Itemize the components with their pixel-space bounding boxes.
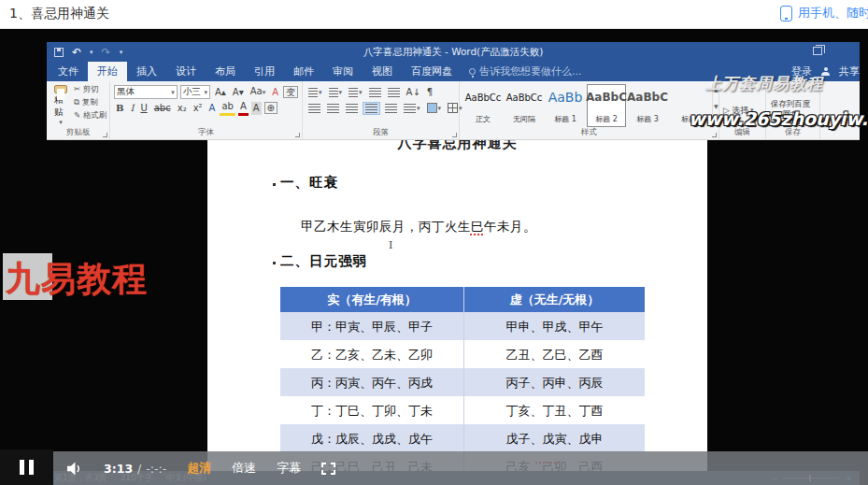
styles-dialog-launcher-icon[interactable] (712, 133, 717, 137)
align-center-icon[interactable] (325, 103, 341, 114)
tab-baidu-netdisk[interactable]: 百度网盘 (402, 62, 462, 81)
font-group: 黑体 ▾ 小三 ▾ A▴ A▾ Aa▾ A 变 B I U (110, 81, 303, 139)
pause-icon (20, 460, 24, 475)
restore-window-icon[interactable] (813, 47, 822, 55)
table-cell: 戊子、戊寅、戊申 (464, 424, 645, 452)
change-case-button[interactable]: Aa▾ (249, 85, 267, 99)
enclose-char-button[interactable]: ⊕ (264, 102, 277, 114)
tab-layout[interactable]: 布局 (206, 62, 245, 81)
clipboard-dialog-launcher-icon[interactable] (103, 133, 107, 137)
font-color-button[interactable]: A (238, 100, 249, 116)
increase-indent-icon[interactable] (386, 87, 402, 98)
line-spacing-icon[interactable]: ▾ (402, 103, 422, 114)
qat-customize-icon[interactable]: ▾ (120, 49, 123, 56)
strikethrough-button[interactable]: abc (152, 102, 173, 115)
decrease-indent-icon[interactable] (367, 87, 383, 98)
volume-icon[interactable] (65, 462, 83, 476)
style-normal[interactable]: AaBbCc 正文 (463, 84, 503, 127)
tab-references[interactable]: 引用 (245, 62, 284, 81)
font-family-value: 黑体 (117, 86, 135, 98)
bullets-icon[interactable]: ▾ (306, 87, 324, 98)
save-icon[interactable] (54, 48, 64, 57)
text-cursor: I (389, 239, 392, 251)
lightbulb-icon (469, 68, 476, 75)
table-row: 丁：丁巳、丁卯、丁未 丁亥、丁丑、丁酉 (280, 396, 645, 424)
style-name: 标题 2 (595, 115, 618, 123)
style-no-spacing[interactable]: AaBbCc 无间隔 (505, 84, 544, 127)
char-border-button[interactable]: 变 (283, 86, 298, 98)
style-heading2[interactable]: AaBbC 标题 2 (587, 84, 626, 127)
tab-design[interactable]: 设计 (166, 62, 206, 81)
multilevel-list-icon[interactable]: ▾ (347, 87, 364, 98)
speed-button[interactable]: 倍速 (232, 460, 256, 477)
align-left-icon[interactable] (306, 103, 322, 114)
font-dialog-launcher-icon[interactable] (295, 133, 300, 137)
tab-review[interactable]: 审阅 (323, 62, 363, 81)
pilcrow-icon[interactable]: ¶ (425, 86, 434, 99)
video-player[interactable]: ↶ ▾ ↷ ▾ 八字喜忌用神通关 - Word(产品激活失败) 文件 开始 插入… (0, 29, 868, 485)
pause-icon (29, 460, 34, 475)
table-cell: 戊：戊辰、戊戌、戊午 (280, 424, 464, 452)
tell-me-box[interactable]: 告诉我您想要做什么... (462, 62, 590, 81)
italic-button[interactable]: I (128, 102, 135, 115)
page-header: 1、喜忌用神通关 用手机、随时随 (0, 0, 868, 29)
watermark-logo: 九易教程 (6, 256, 148, 303)
copy-button[interactable]: ⧉ 复制 (74, 97, 107, 108)
cut-button[interactable]: ✂ 剪切 (74, 84, 107, 95)
paragraph-group: ▾ ▾ ▾ A↓ ¶ ▾ ▾ ▾ 段 (303, 81, 460, 139)
styles-group-label: 样式 (460, 127, 719, 138)
document-page[interactable]: 八字喜忌用神通关 一、旺衰 甲乙木生寅卯辰月，丙丁火生巳午未月。 I 二、日元强… (207, 140, 707, 485)
tab-file[interactable]: 文件 (49, 62, 88, 81)
tab-view[interactable]: 视图 (363, 62, 402, 81)
table-cell: 乙：乙亥、乙未、乙卯 (280, 340, 464, 368)
current-time: 3:13 (104, 462, 133, 476)
quality-button[interactable]: 超清 (187, 460, 211, 477)
paragraph-dialog-launcher-icon[interactable] (452, 133, 457, 137)
highlight-color-button[interactable]: ab (220, 100, 235, 116)
align-right-icon[interactable] (344, 103, 360, 114)
superscript-button[interactable]: x² (192, 102, 205, 115)
table-cell: 丁亥、丁丑、丁酉 (464, 396, 645, 424)
tell-me-label: 告诉我您想要做什么... (479, 64, 582, 78)
list-bullet (273, 262, 276, 264)
subscript-button[interactable]: x₂ (176, 102, 189, 115)
sort-icon[interactable]: A↓ (405, 86, 422, 99)
share-button[interactable]: 共享 (839, 64, 860, 78)
style-heading3[interactable]: AaBbC 标题 3 (628, 84, 667, 127)
word-titlebar: ↶ ▾ ↷ ▾ 八字喜忌用神通关 - Word(产品激活失败) (47, 42, 860, 63)
paste-button[interactable]: 粘贴 ▾ (50, 84, 71, 127)
chevron-down-icon: ▾ (263, 89, 266, 96)
char-shading-button[interactable]: A (251, 102, 262, 115)
redo-icon[interactable]: ↷ (102, 47, 111, 58)
format-painter-button[interactable]: ✎ 格式刷 (74, 110, 107, 121)
text-effects-button[interactable]: A (207, 102, 218, 115)
style-sample: AaBbC (629, 87, 666, 107)
player-control-bar: 3:13 / -:-:- 超清 倍速 字幕 (0, 451, 868, 485)
mobile-link[interactable]: 用手机、随时随 (780, 5, 868, 21)
style-heading1[interactable]: AaBb 标题 1 (546, 84, 585, 127)
distribute-icon[interactable] (383, 103, 399, 114)
style-sample: AaBbCc (505, 87, 543, 107)
numbering-icon[interactable]: ▾ (327, 87, 345, 98)
tab-home[interactable]: 开始 (88, 62, 127, 81)
grow-font-button[interactable]: A▴ (213, 86, 228, 99)
font-size-select[interactable]: 小三 ▾ (180, 85, 210, 99)
doc-title: 八字喜忌用神通关 (207, 140, 707, 152)
table-row: 丙：丙寅、丙午、丙戌 丙子、丙申、丙辰 (280, 368, 645, 396)
bold-button[interactable]: B (114, 102, 125, 115)
table-cell: 丁：丁巳、丁卯、丁未 (280, 396, 464, 424)
tab-mailings[interactable]: 邮件 (284, 62, 323, 81)
justify-icon[interactable] (363, 102, 380, 115)
tab-insert[interactable]: 插入 (127, 62, 166, 81)
fullscreen-icon[interactable] (321, 463, 335, 475)
underline-button[interactable]: U (138, 102, 149, 115)
pause-button[interactable] (0, 449, 53, 485)
undo-icon[interactable]: ↶ (72, 47, 81, 58)
clear-formatting-button[interactable]: A (270, 86, 280, 99)
chevron-down-icon: ▾ (204, 89, 207, 96)
font-family-select[interactable]: 黑体 ▾ (114, 85, 178, 99)
subtitles-button[interactable]: 字幕 (277, 460, 301, 477)
shading-icon[interactable]: ▾ (425, 102, 444, 114)
shrink-font-button[interactable]: A▾ (231, 86, 246, 99)
undo-dropdown-icon[interactable]: ▾ (90, 49, 93, 56)
